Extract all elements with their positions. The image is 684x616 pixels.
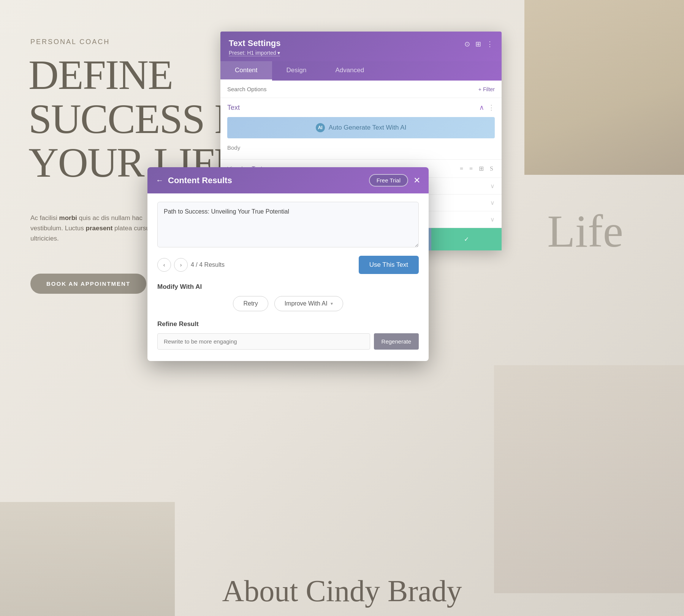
section-divider-arrow-1[interactable]: ∨ xyxy=(490,182,495,190)
formatting-icons: ≡ ≡ ⊞ S xyxy=(458,163,495,174)
section-collapse-icon[interactable]: ∧ xyxy=(479,103,484,112)
modal-title: Content Results xyxy=(168,176,232,185)
close-modal-button[interactable]: ✕ xyxy=(413,176,420,185)
regenerate-button[interactable]: Regenerate xyxy=(374,333,419,350)
highlight-morbi: morbi xyxy=(59,214,77,222)
about-text: About Cindy Brady xyxy=(222,574,462,608)
tab-advanced[interactable]: Advanced xyxy=(321,61,378,81)
panel-icon-columns[interactable]: ⊞ xyxy=(475,40,481,48)
panel-preset[interactable]: Preset: H1 imported ▾ xyxy=(229,50,281,56)
improve-dropdown-caret: ▾ xyxy=(331,301,333,306)
modal-header: ← Content Results Free Trial ✕ xyxy=(147,167,429,193)
table-icon[interactable]: ⊞ xyxy=(477,163,485,174)
align-left-icon[interactable]: ≡ xyxy=(458,164,465,174)
refine-section: Refine Result Regenerate xyxy=(157,320,419,350)
modal-header-right: Free Trial ✕ xyxy=(369,174,420,187)
panel-icon-camera[interactable]: ⊙ xyxy=(464,40,470,48)
panel-tabs: Content Design Advanced xyxy=(220,61,502,81)
ai-icon: AI xyxy=(316,123,325,132)
body-label: Body xyxy=(227,144,495,151)
section-divider-arrow-2[interactable]: ∨ xyxy=(490,199,495,206)
filter-button[interactable]: + Filter xyxy=(478,86,495,92)
book-appointment-button[interactable]: BOOK AN APPOINTMENT xyxy=(30,274,146,294)
panel-search-bar: + Filter xyxy=(220,81,502,98)
modify-section: Modify With AI Retry Improve With AI ▾ xyxy=(157,283,419,311)
bg-bottom-left-decoration xyxy=(0,502,175,616)
life-background-text: Life xyxy=(547,205,623,258)
text-section: Text ∧ ⋮ AI Auto Generate Text With AI B… xyxy=(220,98,502,159)
search-input[interactable] xyxy=(227,86,478,92)
panel-title: Text Settings xyxy=(229,38,281,48)
next-result-button[interactable]: › xyxy=(174,258,188,272)
content-results-modal: ← Content Results Free Trial ✕ ‹ › 4 / 4… xyxy=(147,167,429,361)
back-arrow-button[interactable]: ← xyxy=(156,176,163,185)
refine-title: Refine Result xyxy=(157,320,419,328)
modify-buttons: Retry Improve With AI ▾ xyxy=(157,296,419,311)
bg-top-right-decoration xyxy=(524,0,684,175)
modify-title: Modify With AI xyxy=(157,283,419,291)
text-section-header: Text ∧ ⋮ xyxy=(227,103,495,112)
section-divider-arrow-3[interactable]: ∨ xyxy=(490,216,495,223)
panel-header-right: ⊙ ⊞ ⋮ xyxy=(464,40,493,48)
confirm-button[interactable]: ✓ xyxy=(431,228,502,250)
results-count: 4 / 4 Results xyxy=(191,261,225,268)
bg-bottom-right-decoration xyxy=(494,365,684,593)
modal-header-left: ← Content Results xyxy=(156,176,232,185)
nav-arrows: ‹ › 4 / 4 Results xyxy=(157,258,225,272)
result-textarea[interactable] xyxy=(157,202,419,247)
align-center-icon[interactable]: ≡ xyxy=(468,164,474,174)
use-this-text-button[interactable]: Use This Text xyxy=(359,256,419,274)
tab-content[interactable]: Content xyxy=(220,61,272,81)
panel-icon-menu[interactable]: ⋮ xyxy=(486,40,493,48)
modal-body: ‹ › 4 / 4 Results Use This Text Modify W… xyxy=(147,193,429,361)
section-title-text: Text xyxy=(227,104,240,112)
free-trial-badge[interactable]: Free Trial xyxy=(369,174,408,187)
panel-header-left: Text Settings Preset: H1 imported ▾ xyxy=(229,38,281,56)
improve-with-ai-button[interactable]: Improve With AI ▾ xyxy=(274,296,343,311)
refine-row: Regenerate xyxy=(157,333,419,350)
section-controls: ∧ ⋮ xyxy=(479,103,495,112)
panel-header: Text Settings Preset: H1 imported ▾ ⊙ ⊞ … xyxy=(220,32,502,61)
navigation-row: ‹ › 4 / 4 Results Use This Text xyxy=(157,256,419,274)
personal-coach-label: PERSONAL COACH xyxy=(30,38,110,46)
prev-result-button[interactable]: ‹ xyxy=(157,258,171,272)
strikethrough-icon[interactable]: S xyxy=(488,164,495,174)
auto-generate-button[interactable]: AI Auto Generate Text With AI xyxy=(227,117,495,138)
tab-design[interactable]: Design xyxy=(272,61,321,81)
retry-button[interactable]: Retry xyxy=(233,296,268,311)
highlight-praesent: praesent xyxy=(86,225,113,232)
refine-input[interactable] xyxy=(157,333,370,350)
section-more-icon[interactable]: ⋮ xyxy=(488,103,495,112)
